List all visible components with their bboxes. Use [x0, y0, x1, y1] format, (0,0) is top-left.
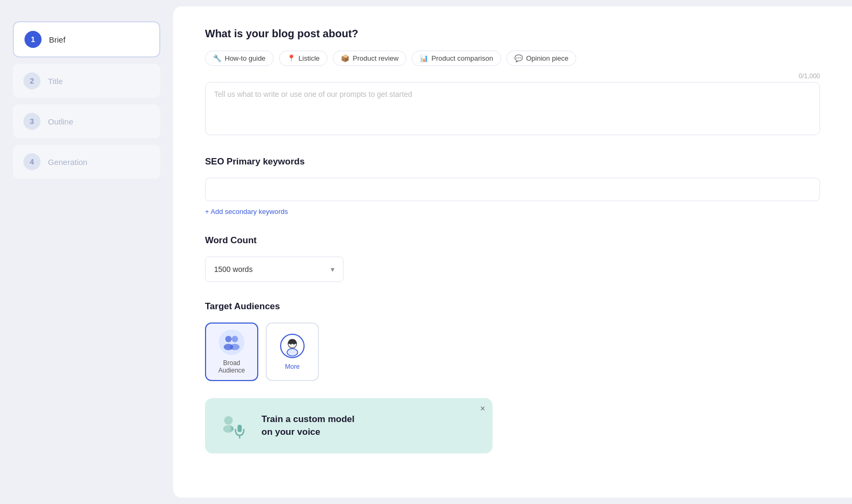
add-secondary-keywords-link[interactable]: + Add secondary keywords: [205, 208, 288, 216]
seo-primary-keywords-input[interactable]: [205, 178, 820, 201]
step-number-1: 1: [24, 31, 42, 48]
audience-grid: Broad Audience More: [205, 323, 820, 381]
step-label-title: Title: [48, 77, 63, 86]
audience-card-broad[interactable]: Broad Audience: [205, 323, 258, 381]
sidebar-item-generation[interactable]: 4 Generation: [13, 145, 160, 179]
blog-description-input[interactable]: [205, 82, 820, 135]
banner-illustration-icon: [218, 409, 252, 443]
svg-point-1: [225, 336, 232, 342]
svg-point-10: [224, 416, 233, 425]
step-label-outline: Outline: [48, 117, 73, 126]
product-comparison-icon: 📊: [420, 54, 428, 62]
svg-point-0: [219, 329, 244, 355]
svg-point-7: [290, 343, 292, 345]
broad-audience-label: Broad Audience: [210, 359, 253, 374]
page-title: What is your blog post about?: [205, 28, 820, 40]
char-counter: 0/1,000: [205, 72, 820, 80]
blog-type-chips: 🔧 How-to guide 📍 Listicle 📦 Product revi…: [205, 51, 820, 66]
chip-product-review[interactable]: 📦 Product review: [333, 51, 406, 66]
chip-listicle[interactable]: 📍 Listicle: [279, 51, 328, 66]
audience-card-more[interactable]: More: [266, 323, 319, 381]
chip-opinion-piece[interactable]: 💬 Opinion piece: [506, 51, 577, 66]
main-panel: What is your blog post about? 🔧 How-to g…: [173, 6, 852, 498]
how-to-icon: 🔧: [213, 54, 222, 62]
word-count-dropdown[interactable]: 1500 words ▾: [205, 257, 343, 282]
step-number-3: 3: [23, 113, 40, 130]
banner-close-button[interactable]: ×: [480, 404, 485, 413]
chip-how-to-guide[interactable]: 🔧 How-to guide: [205, 51, 274, 66]
banner-text: Train a custom model on your voice: [261, 413, 355, 439]
word-count-title: Word Count: [205, 235, 820, 246]
sidebar: 1 Brief 2 Title 3 Outline 4 Generation: [0, 0, 173, 504]
audience-section: Target Audiences Broad Audience: [205, 301, 820, 381]
svg-point-8: [293, 343, 295, 345]
sidebar-item-brief[interactable]: 1 Brief: [13, 21, 160, 57]
chip-product-comparison[interactable]: 📊 Product comparison: [412, 51, 501, 66]
train-custom-model-banner: Train a custom model on your voice ×: [205, 398, 493, 453]
step-number-2: 2: [23, 72, 40, 89]
svg-point-2: [232, 336, 238, 342]
word-count-value: 1500 words: [214, 265, 252, 274]
more-audience-icon: [280, 333, 305, 359]
seo-section: SEO Primary keywords + Add secondary key…: [205, 156, 820, 216]
more-audience-label: More: [285, 363, 299, 370]
chevron-down-icon: ▾: [331, 265, 334, 274]
audience-section-title: Target Audiences: [205, 301, 820, 312]
sidebar-item-title[interactable]: 2 Title: [13, 64, 160, 98]
svg-point-9: [287, 349, 298, 356]
step-label-brief: Brief: [49, 35, 65, 44]
broad-audience-icon: [219, 329, 244, 355]
word-count-section: Word Count 1500 words ▾: [205, 235, 820, 282]
svg-point-4: [230, 344, 240, 350]
step-label-generation: Generation: [48, 158, 87, 167]
opinion-icon: 💬: [514, 54, 523, 62]
sidebar-item-outline[interactable]: 3 Outline: [13, 104, 160, 138]
product-review-icon: 📦: [341, 54, 349, 62]
step-number-4: 4: [23, 153, 40, 170]
seo-section-title: SEO Primary keywords: [205, 156, 820, 167]
svg-rect-12: [237, 425, 242, 432]
listicle-icon: 📍: [287, 54, 296, 62]
